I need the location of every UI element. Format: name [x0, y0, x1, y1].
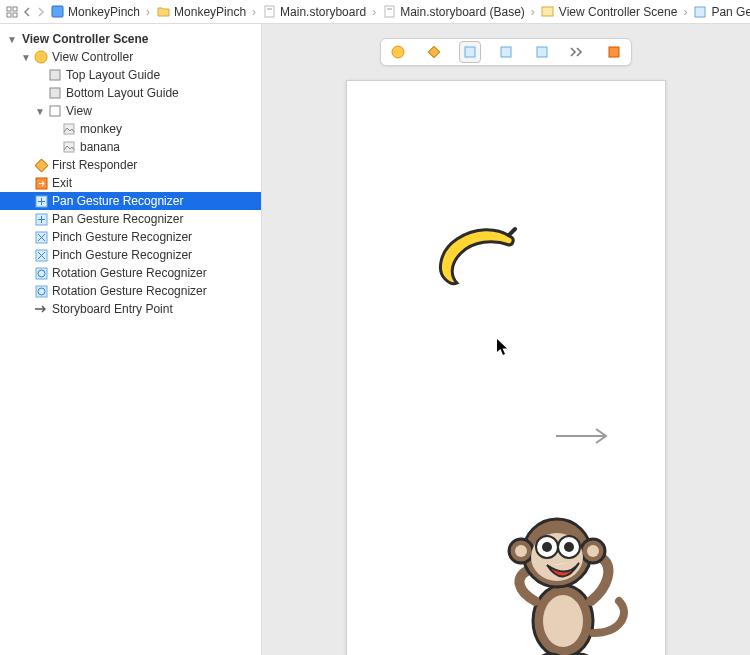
chevron-right-icon: ›	[681, 5, 689, 19]
view-icon	[48, 104, 62, 118]
forward-icon[interactable]	[36, 5, 46, 19]
chevron-right-icon: ›	[370, 5, 378, 19]
pan-gesture-dock-icon[interactable]	[495, 41, 517, 63]
overflow-icon[interactable]	[567, 41, 589, 63]
outline-label: Exit	[52, 176, 72, 190]
entry-point-arrow-icon[interactable]	[554, 426, 612, 446]
outline-pinch-gesture-1[interactable]: Pinch Gesture Recognizer	[0, 228, 261, 246]
outline-label: Storyboard Entry Point	[52, 302, 173, 316]
svg-point-45	[542, 542, 552, 552]
svg-rect-1	[13, 7, 17, 11]
view-controller-icon	[34, 50, 48, 64]
svg-rect-30	[501, 47, 511, 57]
canvas-banana-image[interactable]	[427, 221, 527, 301]
outline-imageview-banana[interactable]: banana	[0, 138, 261, 156]
svg-point-27	[392, 46, 404, 58]
svg-rect-32	[609, 47, 619, 57]
outline-label: Pinch Gesture Recognizer	[52, 230, 192, 244]
svg-rect-0	[7, 7, 11, 11]
svg-point-11	[35, 51, 47, 63]
outline-top-layout-guide[interactable]: Top Layout Guide	[0, 66, 261, 84]
layout-guide-icon	[48, 86, 62, 100]
breadcrumb-item-storyboard-base[interactable]: Main.storyboard (Base)	[382, 5, 525, 19]
storyboard-file-icon	[262, 5, 276, 19]
svg-rect-28	[428, 46, 439, 57]
outline-label: Rotation Gesture Recognizer	[52, 266, 207, 280]
arrow-right-icon	[34, 302, 48, 316]
outline-rotation-gesture-2[interactable]: Rotation Gesture Recognizer	[0, 282, 261, 300]
svg-rect-10	[695, 7, 705, 17]
breadcrumb-item-project[interactable]: MonkeyPinch	[50, 5, 140, 19]
cursor-icon	[496, 338, 510, 359]
storyboard-file-icon	[382, 5, 396, 19]
disclosure-triangle-icon[interactable]: ▼	[6, 34, 18, 45]
breadcrumb-item-scene[interactable]: View Controller Scene	[541, 5, 678, 19]
pan-gesture-icon	[34, 212, 48, 226]
breadcrumb-label: Main.storyboard (Base)	[400, 5, 525, 19]
breadcrumb-label: Pan Ges	[711, 5, 750, 19]
outline-view-controller[interactable]: ▼ View Controller	[0, 48, 261, 66]
chevron-right-icon: ›	[144, 5, 152, 19]
breadcrumb-item-storyboard[interactable]: Main.storyboard	[262, 5, 366, 19]
outline-imageview-monkey[interactable]: monkey	[0, 120, 261, 138]
pan-gesture-icon	[693, 5, 707, 19]
outline-scene[interactable]: ▼ View Controller Scene	[0, 30, 261, 48]
pinch-gesture-icon	[34, 248, 48, 262]
exit-dock-icon[interactable]	[603, 41, 625, 63]
breadcrumb-item-folder[interactable]: MonkeyPinch	[156, 5, 246, 19]
outline-pinch-gesture-2[interactable]: Pinch Gesture Recognizer	[0, 246, 261, 264]
outline-rotation-gesture-1[interactable]: Rotation Gesture Recognizer	[0, 264, 261, 282]
back-icon[interactable]	[22, 5, 32, 19]
svg-rect-2	[7, 13, 11, 17]
outline-label: Bottom Layout Guide	[66, 86, 179, 100]
svg-rect-29	[465, 47, 475, 57]
outline-entry-point[interactable]: Storyboard Entry Point	[0, 300, 261, 318]
document-outline[interactable]: ▼ View Controller Scene ▼ View Controlle…	[0, 24, 262, 655]
outline-pan-gesture-1[interactable]: Pan Gesture Recognizer	[0, 192, 261, 210]
disclosure-triangle-icon[interactable]: ▼	[34, 106, 46, 117]
imageview-icon	[62, 140, 76, 154]
first-responder-dock-icon[interactable]	[423, 41, 445, 63]
chevron-right-icon: ›	[529, 5, 537, 19]
svg-point-34	[543, 595, 583, 647]
related-items-icon[interactable]	[6, 5, 18, 19]
svg-rect-5	[265, 6, 274, 17]
outline-label: Top Layout Guide	[66, 68, 160, 82]
svg-rect-7	[385, 6, 394, 17]
canvas-view-controller[interactable]	[346, 80, 666, 655]
svg-rect-6	[267, 8, 272, 10]
svg-rect-14	[50, 106, 60, 116]
exit-icon	[34, 176, 48, 190]
outline-view[interactable]: ▼ View	[0, 102, 261, 120]
svg-rect-31	[537, 47, 547, 57]
breadcrumb-label: MonkeyPinch	[174, 5, 246, 19]
rotation-gesture-icon	[34, 266, 48, 280]
outline-pan-gesture-2[interactable]: Pan Gesture Recognizer	[0, 210, 261, 228]
svg-rect-17	[35, 159, 48, 172]
outline-first-responder[interactable]: First Responder	[0, 156, 261, 174]
pan-gesture-icon	[34, 194, 48, 208]
svg-point-41	[587, 545, 599, 557]
svg-rect-4	[52, 6, 63, 17]
svg-rect-9	[542, 7, 553, 16]
svg-point-46	[564, 542, 574, 552]
outline-label: Rotation Gesture Recognizer	[52, 284, 207, 298]
outline-label: First Responder	[52, 158, 137, 172]
svg-rect-3	[13, 13, 17, 17]
disclosure-triangle-icon[interactable]: ▼	[20, 52, 32, 63]
breadcrumb-item-gesture[interactable]: Pan Ges	[693, 5, 750, 19]
interface-builder-canvas[interactable]	[262, 24, 750, 655]
breadcrumb-label: Main.storyboard	[280, 5, 366, 19]
canvas-monkey-image[interactable]	[497, 501, 637, 655]
scene-dock-toolbar	[380, 38, 632, 66]
rotation-gesture-icon	[34, 284, 48, 298]
pinch-gesture-dock-icon[interactable]	[531, 41, 553, 63]
svg-rect-12	[50, 70, 60, 80]
svg-rect-13	[50, 88, 60, 98]
outline-bottom-layout-guide[interactable]: Bottom Layout Guide	[0, 84, 261, 102]
outline-label: Pan Gesture Recognizer	[52, 212, 183, 226]
view-controller-dock-icon[interactable]	[387, 41, 409, 63]
outline-exit[interactable]: Exit	[0, 174, 261, 192]
pan-gesture-dock-icon[interactable]	[459, 41, 481, 63]
svg-rect-8	[387, 8, 392, 10]
